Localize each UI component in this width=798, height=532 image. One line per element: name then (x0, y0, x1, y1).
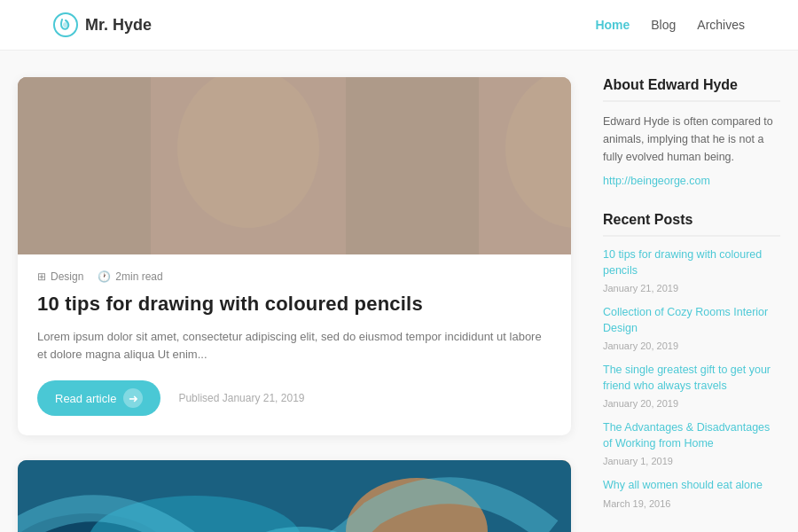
post-body-1: ⊞ Design 🕐 2min read 10 tips for drawing… (18, 254, 571, 435)
recent-post-date-1: January 21, 2019 (603, 283, 678, 293)
main-nav: Home Blog Archives (595, 18, 745, 32)
logo-text: Mr. Hyde (85, 16, 152, 35)
about-section: About Edward Hyde Edward Hyde is often c… (603, 77, 780, 187)
recent-post-link-3[interactable]: The single greatest gift to get your fri… (603, 363, 780, 394)
svg-rect-5 (18, 201, 195, 254)
recent-post-5: Why all women should eat alone March 19,… (603, 478, 780, 510)
post-category-1: ⊞ Design (37, 270, 83, 283)
recent-post-date-2: January 20, 2019 (603, 340, 678, 351)
post-meta-1: ⊞ Design 🕐 2min read (37, 270, 552, 283)
recent-post-date-3: January 20, 2019 (603, 398, 678, 409)
post-card-1: ⊞ Design 🕐 2min read 10 tips for drawing… (18, 77, 571, 435)
recent-post-2: Collection of Cozy Rooms Interior Design… (603, 305, 780, 352)
svg-point-4 (186, 77, 346, 254)
nav-home[interactable]: Home (595, 18, 630, 32)
recent-post-date-4: January 1, 2019 (603, 456, 673, 466)
recent-post-link-1[interactable]: 10 tips for drawing with coloured pencil… (603, 247, 780, 278)
arrow-icon-1: ➜ (123, 388, 143, 408)
recent-posts-title: Recent Posts (603, 212, 780, 237)
svg-rect-3 (18, 77, 124, 254)
recent-post-link-4[interactable]: The Advantages & Disadvantages of Workin… (603, 420, 780, 451)
recent-post-link-2[interactable]: Collection of Cozy Rooms Interior Design (603, 305, 780, 336)
sidebar: About Edward Hyde Edward Hyde is often c… (603, 77, 780, 532)
category-icon-1: ⊞ (37, 270, 46, 283)
post-footer-1: Read article ➜ Publised January 21, 2019 (37, 380, 552, 416)
clock-icon-1: 🕐 (98, 270, 111, 283)
svg-line-7 (84, 90, 98, 232)
recent-posts-section: Recent Posts 10 tips for drawing with co… (603, 212, 780, 510)
svg-rect-10 (262, 161, 324, 232)
recent-post-link-5[interactable]: Why all women should eat alone (603, 478, 780, 494)
svg-line-6 (71, 95, 89, 237)
about-title: About Edward Hyde (603, 77, 780, 102)
about-link[interactable]: http://beingeorge.com (603, 175, 710, 187)
site-logo[interactable]: Mr. Hyde (53, 12, 152, 37)
logo-icon (53, 12, 78, 37)
recent-post-1: 10 tips for drawing with coloured pencil… (603, 247, 780, 294)
nav-archives[interactable]: Archives (697, 18, 745, 32)
recent-post-date-5: March 19, 2016 (603, 498, 670, 509)
recent-post-3: The single greatest gift to get your fri… (603, 363, 780, 410)
post-title-1: 10 tips for drawing with coloured pencil… (37, 292, 552, 317)
post-image-2 (18, 460, 571, 532)
post-readtime-1: 🕐 2min read (98, 270, 162, 283)
site-header: Mr. Hyde Home Blog Archives (0, 0, 798, 51)
read-article-btn-1[interactable]: Read article ➜ (37, 380, 160, 416)
about-text: Edward Hyde is often compared to animals… (603, 113, 780, 166)
svg-point-1 (63, 22, 68, 27)
main-content: ⊞ Design 🕐 2min read 10 tips for drawing… (18, 77, 571, 532)
post-image-1 (18, 77, 571, 254)
svg-point-9 (262, 95, 324, 166)
post-excerpt-1: Lorem ipsum dolor sit amet, consectetur … (37, 328, 552, 365)
svg-rect-2 (18, 77, 571, 254)
page-container: ⊞ Design 🕐 2min read 10 tips for drawing… (0, 51, 798, 532)
recent-post-4: The Advantages & Disadvantages of Workin… (603, 420, 780, 467)
nav-blog[interactable]: Blog (651, 18, 676, 32)
published-date-1: Publised January 21, 2019 (178, 392, 304, 404)
post-card-2: ⊞ Design 🕐 2min read Collection of Cozy … (18, 460, 571, 532)
svg-line-8 (58, 99, 75, 241)
